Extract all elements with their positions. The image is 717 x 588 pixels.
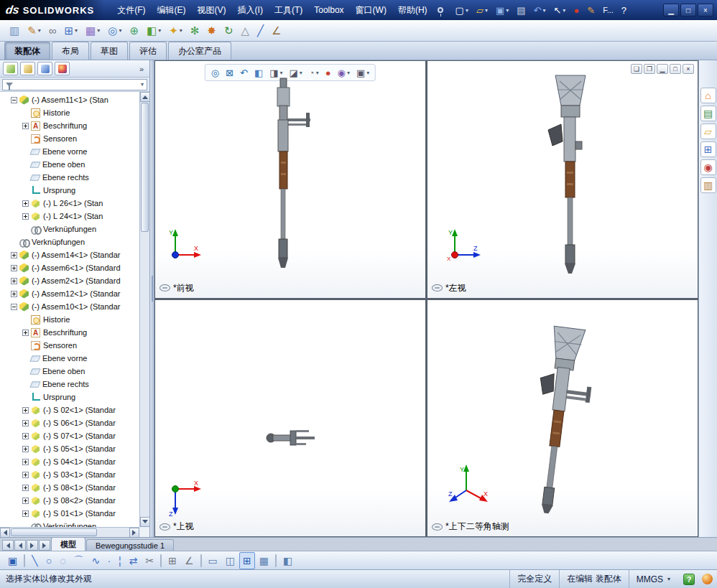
- tree-item[interactable]: Historie: [0, 313, 139, 326]
- record-macro-button[interactable]: ●: [570, 3, 583, 18]
- menu-item[interactable]: 文件(F): [111, 1, 151, 20]
- magnified-selection-button[interactable]: ◎: [104, 22, 125, 39]
- command-tab[interactable]: 草图: [91, 42, 128, 60]
- study-tab[interactable]: Bewegungsstudie 1: [86, 539, 174, 551]
- tree-item[interactable]: (-) L 26<1> (Stan: [0, 197, 139, 210]
- menu-item[interactable]: 工具(T): [269, 1, 308, 20]
- tree-item[interactable]: Historie: [0, 106, 139, 119]
- separator[interactable]: [275, 554, 277, 567]
- scroll-right-arrow[interactable]: [129, 528, 139, 538]
- units-dropdown[interactable]: MMGS: [629, 570, 677, 588]
- tree-item[interactable]: Ebene oben: [0, 158, 139, 171]
- tree-item[interactable]: Verknüpfungen: [0, 520, 139, 527]
- tile-window-button[interactable]: ❏: [631, 64, 642, 74]
- viewport-top[interactable]: X Z *上视: [155, 300, 425, 537]
- tree-item[interactable]: (-) S 01<1> (Standar: [0, 507, 139, 520]
- menu-item[interactable]: 视图(V): [192, 1, 232, 20]
- menu-item[interactable]: 插入(I): [232, 1, 269, 20]
- single-view-button[interactable]: ▭: [205, 552, 221, 569]
- separator[interactable]: [160, 554, 162, 567]
- tree-horizontal-scrollbar[interactable]: [0, 527, 139, 537]
- edit-appearance-button[interactable]: ✎: [24, 22, 45, 39]
- edit-appearance-button[interactable]: ●: [323, 65, 334, 80]
- close-button[interactable]: ×: [698, 4, 713, 17]
- gun-model-left-view[interactable]: [535, 74, 607, 275]
- section-display-button[interactable]: ◧: [279, 552, 296, 569]
- print-button[interactable]: ▤: [513, 3, 529, 18]
- scroll-down-arrow[interactable]: [140, 517, 150, 527]
- horizontal-scroll-thumb[interactable]: [11, 528, 97, 536]
- tree-item[interactable]: (-) S 03<1> (Standar: [0, 468, 139, 481]
- command-tab[interactable]: 装配体: [4, 42, 50, 60]
- tree-item[interactable]: (-) Assem11<1> (Stan: [0, 93, 139, 106]
- spline-tool-button[interactable]: ∿: [88, 552, 103, 569]
- centerline-tool-button[interactable]: ¦: [115, 552, 125, 569]
- tree-item[interactable]: (-) S 06<1> (Standar: [0, 416, 139, 429]
- propertymanager-tab[interactable]: [20, 62, 35, 75]
- restore-pane-button[interactable]: □: [670, 64, 681, 74]
- file-overflow-label[interactable]: F...: [599, 3, 617, 18]
- expand-toggle-icon[interactable]: [11, 252, 17, 258]
- angle-snap-button[interactable]: ∠: [181, 552, 198, 569]
- four-view-button[interactable]: ⊞: [239, 552, 255, 569]
- tree-item[interactable]: (-) Assem6<1> (Standard: [0, 261, 139, 274]
- link-views-button[interactable]: ▦: [256, 552, 272, 569]
- tree-item[interactable]: Ebene rechts: [0, 171, 139, 184]
- tree-item[interactable]: (-) S 07<1> (Standar: [0, 429, 139, 442]
- expand-toggle-icon[interactable]: [22, 498, 29, 504]
- help-button[interactable]: ?: [618, 3, 630, 18]
- view-settings-button[interactable]: ▣: [353, 65, 372, 80]
- zoom-fit-button[interactable]: ◎: [208, 65, 222, 80]
- next-tab-button[interactable]: [27, 540, 38, 551]
- new-document-button[interactable]: ▢: [452, 3, 472, 18]
- tree-item[interactable]: Beschriftung: [0, 119, 139, 132]
- expand-toggle-icon[interactable]: [11, 97, 17, 103]
- tree-item[interactable]: (-) S 02<1> (Standar: [0, 403, 139, 416]
- tree-item[interactable]: Sensoren: [0, 132, 139, 145]
- scroll-left-arrow[interactable]: [0, 528, 10, 538]
- save-button[interactable]: ▣: [492, 3, 512, 18]
- zoom-area-button[interactable]: ⊠: [223, 65, 236, 80]
- tree-item[interactable]: (-) Assem10<1> (Standar: [0, 300, 139, 313]
- command-tab[interactable]: 评估: [129, 42, 167, 60]
- expand-toggle-icon[interactable]: [22, 200, 29, 207]
- featuremanager-tree-tab[interactable]: [3, 62, 18, 75]
- tree-item[interactable]: (-) S 08<2> (Standar: [0, 494, 139, 507]
- vertical-scroll-thumb[interactable]: [141, 103, 149, 232]
- tree-item[interactable]: (-) Assem14<1> (Standar: [0, 248, 139, 261]
- tree-item[interactable]: (-) S 04<1> (Standar: [0, 455, 139, 468]
- arc-tool-button[interactable]: ⌒: [70, 552, 87, 569]
- menu-item[interactable]: 编辑(E): [152, 1, 192, 20]
- expand-toggle-icon[interactable]: [22, 213, 29, 220]
- tree-item[interactable]: (-) S 08<1> (Standar: [0, 481, 139, 494]
- expand-toggle-icon[interactable]: [22, 433, 29, 439]
- undo-button[interactable]: ↶: [530, 3, 550, 18]
- tree-item[interactable]: Beschriftung: [0, 326, 139, 339]
- gun-model-iso-view[interactable]: [504, 321, 613, 523]
- gun-model-top-view[interactable]: [264, 421, 316, 455]
- expand-toggle-icon[interactable]: [22, 510, 29, 517]
- menu-item[interactable]: 帮助(H): [392, 1, 433, 20]
- resources-sphere-icon[interactable]: [702, 574, 713, 584]
- tree-filter-input[interactable]: ▾: [2, 79, 147, 90]
- scroll-up-arrow[interactable]: [140, 92, 150, 102]
- tree-item[interactable]: Verknüpfungen: [0, 223, 139, 235]
- minimize-pane-button[interactable]: ▁: [657, 64, 668, 74]
- command-tab[interactable]: 布局: [52, 42, 89, 60]
- solidworks-resources-tab[interactable]: ⌂: [700, 88, 716, 103]
- expand-toggle-icon[interactable]: [11, 291, 17, 297]
- minimize-button[interactable]: ▁: [663, 4, 679, 17]
- viewport-left[interactable]: ❏ ❐ ▁ □ ×: [427, 61, 698, 298]
- expand-toggle-icon[interactable]: [11, 265, 17, 271]
- rebuild-button[interactable]: ↻: [221, 22, 237, 39]
- tree-item[interactable]: Sensoren: [0, 339, 139, 352]
- tree-item[interactable]: Verknüpfungen: [0, 235, 139, 248]
- tree-item[interactable]: Ebene rechts: [0, 378, 139, 391]
- viewport-isometric[interactable]: Y X Z *上下二等角轴测: [427, 300, 698, 537]
- separator[interactable]: [24, 554, 25, 567]
- toolbox-button[interactable]: ✦: [165, 22, 186, 39]
- expand-toggle-icon[interactable]: [22, 407, 29, 414]
- photoview-button[interactable]: ▥: [6, 22, 23, 39]
- expand-toggle-icon[interactable]: [22, 123, 29, 129]
- appearances-tab[interactable]: ◉: [700, 159, 716, 175]
